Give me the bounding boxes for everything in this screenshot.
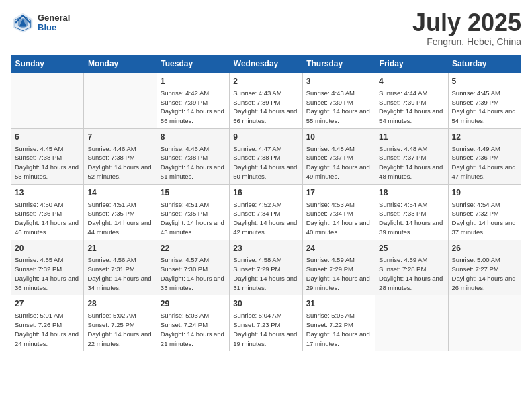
day-number: 1	[161, 76, 226, 87]
day-number: 11	[379, 132, 444, 143]
calendar-cell: 12Sunrise: 4:49 AMSunset: 7:36 PMDayligh…	[448, 128, 521, 184]
day-info: Sunrise: 4:45 AMSunset: 7:38 PMDaylight:…	[15, 144, 80, 181]
calendar-cell: 3Sunrise: 4:43 AMSunset: 7:39 PMDaylight…	[302, 73, 375, 129]
calendar-cell: 18Sunrise: 4:54 AMSunset: 7:33 PMDayligh…	[375, 184, 448, 240]
weekday-header-monday: Monday	[84, 55, 157, 73]
calendar-cell	[11, 73, 84, 129]
calendar-week-row: 20Sunrise: 4:55 AMSunset: 7:32 PMDayligh…	[11, 240, 521, 295]
day-number: 2	[233, 76, 298, 87]
day-info: Sunrise: 4:43 AMSunset: 7:39 PMDaylight:…	[306, 89, 371, 126]
day-number: 10	[306, 132, 371, 143]
logo: General Blue	[11, 11, 70, 35]
day-number: 18	[379, 187, 444, 199]
calendar-cell: 1Sunrise: 4:42 AMSunset: 7:39 PMDaylight…	[157, 73, 229, 129]
day-info: Sunrise: 4:57 AMSunset: 7:30 PMDaylight:…	[161, 255, 226, 292]
weekday-header-row: SundayMondayTuesdayWednesdayThursdayFrid…	[11, 55, 521, 73]
day-info: Sunrise: 4:48 AMSunset: 7:37 PMDaylight:…	[379, 144, 444, 181]
calendar-cell: 23Sunrise: 4:58 AMSunset: 7:29 PMDayligh…	[230, 240, 302, 295]
day-number: 8	[161, 132, 226, 143]
calendar-cell: 11Sunrise: 4:48 AMSunset: 7:37 PMDayligh…	[375, 128, 448, 184]
day-info: Sunrise: 4:48 AMSunset: 7:37 PMDaylight:…	[306, 144, 371, 181]
day-info: Sunrise: 4:54 AMSunset: 7:33 PMDaylight:…	[379, 200, 444, 237]
day-number: 4	[379, 76, 444, 87]
page-header: General Blue July 2025 Fengrun, Hebei, C…	[11, 11, 521, 47]
day-info: Sunrise: 5:03 AMSunset: 7:24 PMDaylight:…	[161, 311, 226, 348]
calendar-cell: 26Sunrise: 5:00 AMSunset: 7:27 PMDayligh…	[448, 240, 521, 295]
day-number: 9	[233, 132, 298, 143]
day-number: 20	[15, 243, 80, 255]
day-number: 24	[306, 243, 371, 255]
calendar-cell: 8Sunrise: 4:46 AMSunset: 7:38 PMDaylight…	[157, 128, 229, 184]
calendar-cell: 19Sunrise: 4:54 AMSunset: 7:32 PMDayligh…	[448, 184, 521, 240]
day-info: Sunrise: 4:49 AMSunset: 7:36 PMDaylight:…	[452, 144, 517, 181]
day-number: 26	[452, 243, 517, 255]
weekday-header-thursday: Thursday	[302, 55, 375, 73]
day-number: 6	[15, 132, 80, 143]
logo-icon	[11, 11, 35, 35]
day-info: Sunrise: 4:42 AMSunset: 7:39 PMDaylight:…	[161, 89, 226, 126]
calendar-cell: 28Sunrise: 5:02 AMSunset: 7:25 PMDayligh…	[84, 295, 157, 351]
day-number: 16	[233, 187, 298, 199]
calendar-cell: 24Sunrise: 4:59 AMSunset: 7:29 PMDayligh…	[302, 240, 375, 295]
day-number: 28	[87, 298, 152, 310]
calendar-cell: 2Sunrise: 4:43 AMSunset: 7:39 PMDaylight…	[230, 73, 302, 129]
day-info: Sunrise: 4:59 AMSunset: 7:29 PMDaylight:…	[306, 255, 371, 292]
calendar-week-row: 6Sunrise: 4:45 AMSunset: 7:38 PMDaylight…	[11, 128, 521, 184]
calendar-week-row: 1Sunrise: 4:42 AMSunset: 7:39 PMDaylight…	[11, 73, 521, 129]
calendar-cell: 31Sunrise: 5:05 AMSunset: 7:22 PMDayligh…	[302, 295, 375, 351]
day-info: Sunrise: 5:01 AMSunset: 7:26 PMDaylight:…	[15, 311, 80, 348]
day-info: Sunrise: 4:46 AMSunset: 7:38 PMDaylight:…	[161, 144, 226, 181]
day-number: 3	[306, 76, 371, 87]
day-number: 25	[379, 243, 444, 255]
calendar-cell: 5Sunrise: 4:45 AMSunset: 7:39 PMDaylight…	[448, 73, 521, 129]
calendar-cell	[375, 295, 448, 351]
weekday-header-saturday: Saturday	[448, 55, 521, 73]
day-number: 27	[15, 298, 80, 310]
day-info: Sunrise: 4:43 AMSunset: 7:39 PMDaylight:…	[233, 89, 298, 126]
day-number: 7	[87, 132, 152, 143]
day-info: Sunrise: 4:46 AMSunset: 7:38 PMDaylight:…	[87, 144, 152, 181]
day-info: Sunrise: 4:56 AMSunset: 7:31 PMDaylight:…	[87, 255, 152, 292]
day-info: Sunrise: 4:59 AMSunset: 7:28 PMDaylight:…	[379, 255, 444, 292]
calendar-cell	[448, 295, 521, 351]
calendar-cell: 29Sunrise: 5:03 AMSunset: 7:24 PMDayligh…	[157, 295, 229, 351]
calendar-cell: 22Sunrise: 4:57 AMSunset: 7:30 PMDayligh…	[157, 240, 229, 295]
day-info: Sunrise: 5:00 AMSunset: 7:27 PMDaylight:…	[452, 255, 517, 292]
logo-text: General Blue	[38, 13, 70, 33]
calendar-cell: 16Sunrise: 4:52 AMSunset: 7:34 PMDayligh…	[230, 184, 302, 240]
calendar-cell: 10Sunrise: 4:48 AMSunset: 7:37 PMDayligh…	[302, 128, 375, 184]
calendar-cell: 25Sunrise: 4:59 AMSunset: 7:28 PMDayligh…	[375, 240, 448, 295]
day-number: 15	[161, 187, 226, 199]
calendar-cell: 27Sunrise: 5:01 AMSunset: 7:26 PMDayligh…	[11, 295, 84, 351]
month-year: July 2025	[412, 11, 521, 35]
day-number: 14	[87, 187, 152, 199]
title-block: July 2025 Fengrun, Hebei, China	[412, 11, 521, 47]
day-info: Sunrise: 4:55 AMSunset: 7:32 PMDaylight:…	[15, 255, 80, 292]
day-number: 30	[233, 298, 298, 310]
calendar-cell: 9Sunrise: 4:47 AMSunset: 7:38 PMDaylight…	[230, 128, 302, 184]
location: Fengrun, Hebei, China	[412, 36, 521, 47]
weekday-header-friday: Friday	[375, 55, 448, 73]
weekday-header-sunday: Sunday	[11, 55, 84, 73]
day-number: 13	[15, 187, 80, 199]
day-info: Sunrise: 4:54 AMSunset: 7:32 PMDaylight:…	[452, 200, 517, 237]
day-info: Sunrise: 4:52 AMSunset: 7:34 PMDaylight:…	[233, 200, 298, 237]
calendar-table: SundayMondayTuesdayWednesdayThursdayFrid…	[11, 55, 521, 351]
calendar-week-row: 27Sunrise: 5:01 AMSunset: 7:26 PMDayligh…	[11, 295, 521, 351]
day-number: 19	[452, 187, 517, 199]
day-number: 31	[306, 298, 371, 310]
day-info: Sunrise: 4:51 AMSunset: 7:35 PMDaylight:…	[87, 200, 152, 237]
logo-blue: Blue	[38, 23, 70, 32]
calendar-cell: 21Sunrise: 4:56 AMSunset: 7:31 PMDayligh…	[84, 240, 157, 295]
calendar-week-row: 13Sunrise: 4:50 AMSunset: 7:36 PMDayligh…	[11, 184, 521, 240]
day-info: Sunrise: 5:05 AMSunset: 7:22 PMDaylight:…	[306, 311, 371, 348]
calendar-cell: 6Sunrise: 4:45 AMSunset: 7:38 PMDaylight…	[11, 128, 84, 184]
day-number: 22	[161, 243, 226, 255]
calendar-cell: 7Sunrise: 4:46 AMSunset: 7:38 PMDaylight…	[84, 128, 157, 184]
day-number: 23	[233, 243, 298, 255]
calendar-cell: 17Sunrise: 4:53 AMSunset: 7:34 PMDayligh…	[302, 184, 375, 240]
logo-general: General	[38, 13, 70, 23]
calendar-cell: 14Sunrise: 4:51 AMSunset: 7:35 PMDayligh…	[84, 184, 157, 240]
day-number: 29	[161, 298, 226, 310]
day-info: Sunrise: 4:45 AMSunset: 7:39 PMDaylight:…	[452, 89, 517, 126]
